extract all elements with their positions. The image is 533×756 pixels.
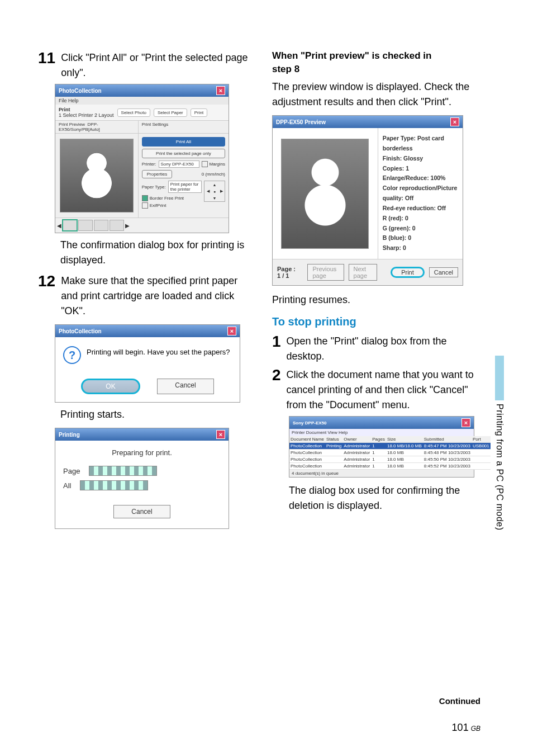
cell: USB001 bbox=[472, 443, 491, 450]
print-selected-button[interactable]: Print the selected page only bbox=[142, 149, 225, 158]
page-indicator: Page : 1 / 1 bbox=[277, 266, 298, 279]
paper-combo[interactable]: Print paper for the printer bbox=[168, 181, 202, 193]
cell: 1 bbox=[371, 450, 386, 456]
printer-combo[interactable]: Sony DPP-EX50 bbox=[159, 160, 199, 168]
step-11-number: 11 bbox=[38, 50, 55, 66]
cell: Administrator bbox=[342, 443, 371, 450]
col-header: Submitted bbox=[423, 436, 472, 443]
print-all-button[interactable]: Print All bbox=[142, 137, 225, 147]
cancel-button[interactable]: Cancel bbox=[113, 505, 170, 518]
dialog-message: Printing will begin. Have you set the pa… bbox=[87, 346, 230, 356]
col-header: Owner bbox=[342, 436, 371, 443]
all-progress-bar bbox=[80, 480, 148, 490]
info-g: G (green): 0 bbox=[383, 224, 458, 234]
prev-page-button[interactable]: Previous page bbox=[307, 264, 344, 281]
cell: PhotoCollection bbox=[289, 463, 325, 470]
wizard-steps: 1 Select Printer 2 Layout bbox=[59, 112, 114, 118]
all-label: All bbox=[63, 481, 71, 490]
screenshot-print-spooler: Sony DPP-EX50 × Printer Document View He… bbox=[289, 416, 474, 478]
page-progress-bar bbox=[89, 466, 157, 476]
cell: 1 bbox=[371, 463, 386, 470]
page-thumb[interactable] bbox=[63, 220, 77, 231]
next-page-button[interactable]: Next page bbox=[349, 264, 378, 281]
preview-image bbox=[281, 139, 369, 249]
dialog-title: Printing bbox=[59, 432, 80, 438]
col-header: Pages bbox=[371, 436, 386, 443]
ok-button[interactable]: OK bbox=[81, 379, 140, 394]
cell: 18.0 MB bbox=[386, 450, 423, 456]
exif-checkbox[interactable] bbox=[142, 202, 148, 209]
col-header: Port bbox=[472, 436, 491, 443]
stop-step-1-text: Open the "Print" dialog box from the des… bbox=[287, 334, 484, 364]
printing-starts-text: Printing starts. bbox=[60, 407, 250, 422]
close-icon[interactable]: × bbox=[461, 418, 470, 427]
menu-bar[interactable]: File Help bbox=[55, 97, 229, 105]
cell: PhotoCollection bbox=[289, 443, 325, 450]
spool-table: Document NameStatusOwnerPagesSizeSubmitt… bbox=[289, 436, 491, 470]
screenshot-printing-progress: Printing × Preparing for print. Page All… bbox=[55, 428, 229, 529]
margins-checkbox[interactable] bbox=[202, 161, 208, 167]
close-icon[interactable]: × bbox=[216, 86, 225, 95]
cell: 1 bbox=[371, 456, 386, 463]
table-row[interactable]: PhotoCollectionAdministrator118.0 MB8:45… bbox=[289, 456, 491, 463]
step-12-text: Make sure that the specified print paper… bbox=[61, 273, 250, 319]
cell: 18.0 MB/18.0 MB bbox=[386, 443, 423, 450]
preview-pane-label: Print Preview bbox=[59, 122, 85, 127]
page-thumb[interactable] bbox=[94, 220, 108, 231]
close-icon[interactable]: × bbox=[450, 117, 459, 126]
border-free-checkbox[interactable] bbox=[142, 195, 148, 201]
cell: 18.0 MB bbox=[386, 463, 423, 470]
cell: 8:45:52 PM 10/23/2003 bbox=[423, 463, 472, 470]
stop-step-2-number: 2 bbox=[272, 367, 281, 383]
window-title: PhotoCollection bbox=[59, 88, 102, 94]
printing-resumes-text: Printing resumes. bbox=[272, 292, 484, 308]
cell bbox=[325, 463, 342, 470]
info-redeye: Red-eye reduction: Off bbox=[383, 204, 458, 214]
table-row[interactable]: PhotoCollectionPrintingAdministrator118.… bbox=[289, 443, 491, 450]
info-b: B (blue): 0 bbox=[383, 233, 458, 243]
table-row[interactable]: PhotoCollectionAdministrator118.0 MB8:45… bbox=[289, 450, 491, 456]
cell: Printing bbox=[325, 443, 342, 450]
exif-label: ExifPrint bbox=[150, 203, 166, 208]
table-row[interactable]: PhotoCollectionAdministrator118.0 MB8:45… bbox=[289, 463, 491, 470]
status-bar: 4 document(s) in queue bbox=[289, 470, 474, 477]
step-11-text: Click "Print All" or "Print the selected… bbox=[61, 50, 250, 81]
preview-heading-line2: step 8 bbox=[272, 64, 484, 75]
info-finish: Finish: Glossy bbox=[383, 154, 458, 164]
cell: 18.0 MB bbox=[386, 456, 423, 463]
preview-heading-line1: When "Print preview" is checked in bbox=[272, 50, 484, 62]
print-button[interactable]: Print bbox=[191, 108, 207, 117]
cancel-button[interactable]: Cancel bbox=[157, 379, 214, 394]
page-thumb[interactable] bbox=[78, 220, 93, 231]
settings-pane-label: Print Settings bbox=[139, 121, 229, 133]
stop-step-1-number: 1 bbox=[272, 334, 281, 349]
page-thumb[interactable] bbox=[110, 220, 124, 231]
close-icon[interactable]: × bbox=[216, 430, 225, 439]
info-paper: Paper Type: Post card borderless bbox=[383, 134, 458, 154]
progress-message: Preparing for print. bbox=[63, 448, 221, 457]
cell: Administrator bbox=[342, 463, 371, 470]
select-photo-button[interactable]: Select Photo bbox=[117, 108, 150, 117]
question-icon: ? bbox=[63, 346, 81, 364]
info-copies: Copies: 1 bbox=[383, 164, 458, 174]
stop-printing-heading: To stop printing bbox=[272, 315, 484, 328]
paper-label: Paper Type: bbox=[142, 185, 166, 190]
close-icon[interactable]: × bbox=[227, 327, 236, 336]
page-number-suffix: GB bbox=[471, 725, 480, 733]
nudge-arrows[interactable]: ▲◀●▶▼ bbox=[204, 181, 225, 202]
menu-bar[interactable]: Printer Document View Help bbox=[289, 429, 474, 436]
page-number: 101GB bbox=[452, 722, 480, 734]
cancel-button[interactable]: Cancel bbox=[429, 267, 458, 277]
properties-button[interactable]: Properties bbox=[142, 170, 172, 178]
dialog-title: PhotoCollection bbox=[59, 328, 102, 334]
cell: 8:45:48 PM 10/23/2003 bbox=[423, 450, 472, 456]
printer-label: Printer: bbox=[142, 162, 156, 167]
preview-image bbox=[60, 139, 134, 212]
col-header: Size bbox=[386, 436, 423, 443]
select-paper-button[interactable]: Select Paper bbox=[154, 108, 187, 117]
screenshot-preview-window: DPP-EX50 Preview × Paper Type: Post card… bbox=[272, 115, 463, 286]
info-r: R (red): 0 bbox=[383, 214, 458, 224]
side-tab-marker bbox=[495, 356, 504, 400]
print-button[interactable]: Print bbox=[391, 267, 425, 278]
info-color-reproduction: Color reproduction/Picture quality: Off bbox=[383, 183, 458, 204]
